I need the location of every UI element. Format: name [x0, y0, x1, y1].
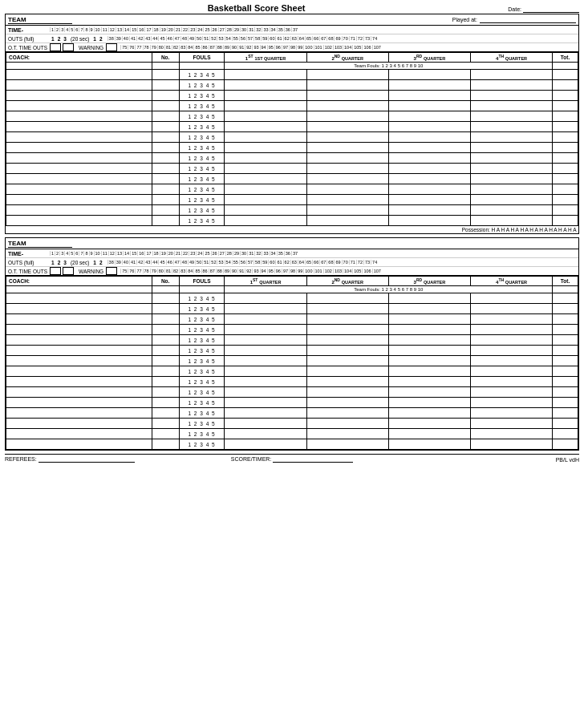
cell-5 [388, 325, 470, 335]
cell-7 [553, 304, 578, 314]
cell-0 [6, 195, 152, 205]
team2-section: TEAM TIME- 12345678910111213141516171819… [5, 237, 579, 451]
table-row: 1 2 3 4 5 [6, 174, 578, 184]
cell-0 [6, 387, 152, 398]
cell-2: 1 2 3 4 5 [179, 205, 225, 216]
table-row: 1 2 3 4 5 [6, 216, 578, 226]
cell-2: 1 2 3 4 5 [179, 216, 225, 226]
outs1-num2: 2 [58, 36, 61, 42]
cell-2: 1 2 3 4 5 [179, 408, 225, 419]
cell-0 [6, 356, 152, 366]
outs1-label: OUTS (full) [6, 36, 50, 42]
cell-0 [6, 216, 152, 226]
cell-5 [388, 387, 470, 398]
table-row: 1 2 3 4 5 [6, 439, 578, 450]
cell-7 [553, 439, 578, 450]
cell-5 [388, 111, 470, 122]
time1-label: TIME- [6, 27, 50, 33]
q3-header: 3RD QUARTER [388, 53, 470, 63]
table-row: 1 2 3 4 5 [6, 153, 578, 164]
table-row: 1 2 3 4 5 [6, 101, 578, 111]
cell-4 [306, 164, 388, 174]
coach1-header: COACH: [6, 53, 152, 63]
cell-7 [553, 143, 578, 153]
cell-7 [553, 122, 578, 132]
cell-7 [553, 70, 578, 80]
ot1-label: O.T. TIME OUTS [6, 45, 50, 51]
team2-label: TEAM [8, 240, 72, 248]
cell-1 [152, 143, 179, 153]
played-at-label: Played at: [452, 17, 477, 22]
cell-5 [388, 70, 470, 80]
cell-6 [470, 174, 552, 184]
cell-3 [225, 304, 306, 314]
cell-4 [306, 346, 388, 356]
cell-2: 1 2 3 4 5 [179, 174, 225, 184]
cell-5 [388, 80, 470, 91]
footer: REFEREES: SCORE/TIMER: PB/L vdH [5, 454, 579, 463]
q1-header: 1ST 1ST QUARTER [225, 53, 306, 63]
cell-4 [306, 366, 388, 377]
cell-0 [6, 335, 152, 346]
cell-0 [6, 111, 152, 122]
table-row: 1 2 3 4 5 [6, 143, 578, 153]
cell-5 [388, 153, 470, 164]
tot1-header: Tot. [553, 53, 578, 63]
cell-7 [553, 195, 578, 205]
cell-3 [225, 387, 306, 398]
table-row: 1 2 3 4 5 [6, 304, 578, 314]
team2-fouls-label: Team Fouls: 1 2 3 4 5 6 7 8 9 10 [225, 286, 553, 293]
cell-4 [306, 387, 388, 398]
cell-3 [225, 101, 306, 111]
cell-4 [306, 132, 388, 143]
score-timer-label: SCORE/TIMER: [231, 456, 272, 462]
cell-4 [306, 216, 388, 226]
cell-5 [388, 293, 470, 304]
table-row: 1 2 3 4 5 [6, 387, 578, 398]
cell-5 [388, 195, 470, 205]
cell-3 [225, 80, 306, 91]
cell-1 [152, 366, 179, 377]
warning2-box [106, 267, 117, 275]
cell-4 [306, 70, 388, 80]
cell-2: 1 2 3 4 5 [179, 70, 225, 80]
cell-1 [152, 335, 179, 346]
cell-3 [225, 419, 306, 429]
cell-4 [306, 293, 388, 304]
cell-6 [470, 398, 552, 408]
cell-3 [225, 91, 306, 101]
cell-6 [470, 377, 552, 387]
cell-1 [152, 174, 179, 184]
cell-1 [152, 419, 179, 429]
cell-1 [152, 387, 179, 398]
cell-5 [388, 429, 470, 439]
cell-3 [225, 314, 306, 325]
cell-3 [225, 70, 306, 80]
cell-7 [553, 174, 578, 184]
cell-6 [470, 293, 552, 304]
cell-5 [388, 91, 470, 101]
ot1-box2 [63, 43, 74, 51]
cell-0 [6, 80, 152, 91]
cell-0 [6, 325, 152, 335]
cell-5 [388, 439, 470, 450]
cell-4 [306, 304, 388, 314]
outs2-sec: (20 sec) [71, 260, 89, 265]
ot2-box2 [63, 267, 74, 275]
tot2-header: Tot. [553, 277, 578, 286]
cell-1 [152, 293, 179, 304]
table-row: 1 2 3 4 5 [6, 429, 578, 439]
cell-6 [470, 143, 552, 153]
pb-label: PB/L vdH [556, 457, 579, 463]
outs1-extra2: 2 [99, 36, 103, 42]
cell-2: 1 2 3 4 5 [179, 304, 225, 314]
cell-7 [553, 408, 578, 419]
cell-7 [553, 366, 578, 377]
cell-7 [553, 184, 578, 195]
cell-7 [553, 398, 578, 408]
cell-2: 1 2 3 4 5 [179, 439, 225, 450]
table-row: 1 2 3 4 5 [6, 377, 578, 387]
cell-3 [225, 164, 306, 174]
cell-1 [152, 216, 179, 226]
warning1-label: WARNING [79, 45, 103, 51]
